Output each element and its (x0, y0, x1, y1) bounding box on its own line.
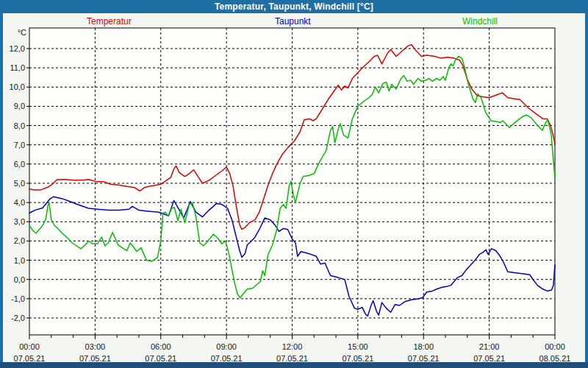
window-border-right (585, 13, 588, 368)
x-tick-time-label: 15:00 (348, 342, 368, 351)
y-tick-label: 1,0 (14, 256, 25, 265)
y-tick-label: 12,0 (10, 44, 25, 53)
x-tick-time-label: 00:00 (545, 342, 565, 351)
y-tick-label: 9,0 (14, 102, 25, 110)
y-tick-label: 5,0 (14, 179, 25, 188)
x-tick-time-label: 00:00 (19, 342, 40, 351)
x-tick-time-label: 18:00 (413, 342, 434, 351)
y-tick-label: 10,0 (10, 82, 25, 91)
chart-window: Temperatur, Taupunkt, Windchill [°C] Tem… (0, 0, 588, 368)
y-tick-label: 0,0 (14, 275, 25, 284)
window-border-left (0, 13, 3, 368)
y-tick-label: 8,0 (14, 121, 25, 130)
window-border-bottom (0, 362, 588, 368)
x-tick-time-label: 03:00 (85, 342, 106, 351)
chart-plot-area: °C12,011,010,09,08,07,06,05,04,03,02,01,… (0, 0, 588, 368)
y-tick-label: -1,0 (11, 294, 25, 303)
y-tick-label: 11,0 (10, 63, 25, 72)
y-tick-label: 7,0 (14, 141, 25, 149)
x-tick-time-label: 12:00 (282, 342, 303, 351)
y-tick-label: -2,0 (11, 314, 25, 322)
y-axis-unit-label: °C (18, 28, 26, 37)
y-tick-label: 6,0 (14, 160, 25, 169)
y-tick-label: 3,0 (14, 217, 25, 226)
x-tick-time-label: 06:00 (151, 342, 171, 351)
x-tick-time-label: 21:00 (479, 342, 500, 351)
y-tick-label: 2,0 (14, 236, 25, 245)
x-tick-time-label: 09:00 (216, 342, 237, 351)
y-tick-label: 4,0 (14, 198, 25, 207)
